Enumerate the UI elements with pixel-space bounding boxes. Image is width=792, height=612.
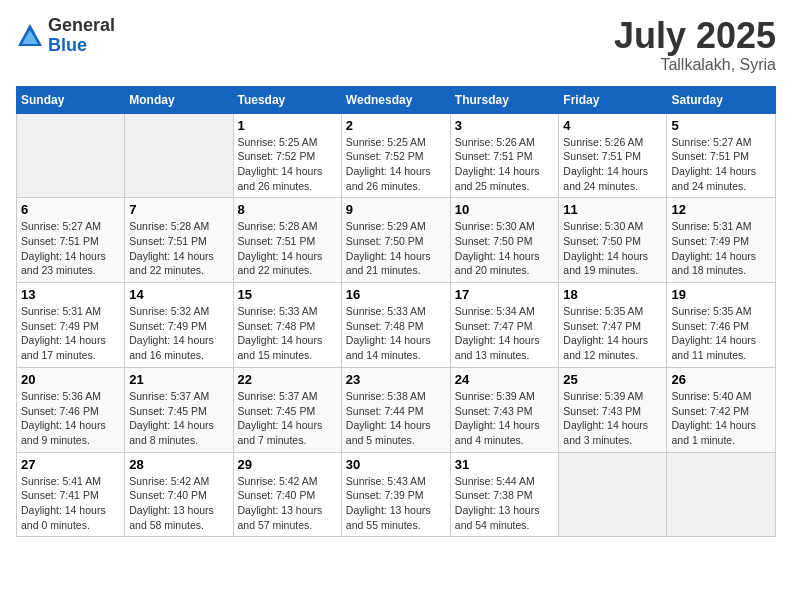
day-info: Sunrise: 5:32 AM Sunset: 7:49 PM Dayligh… — [129, 304, 228, 363]
calendar-cell: 1Sunrise: 5:25 AM Sunset: 7:52 PM Daylig… — [233, 113, 341, 198]
calendar-cell: 10Sunrise: 5:30 AM Sunset: 7:50 PM Dayli… — [450, 198, 559, 283]
day-info: Sunrise: 5:30 AM Sunset: 7:50 PM Dayligh… — [563, 219, 662, 278]
day-info: Sunrise: 5:42 AM Sunset: 7:40 PM Dayligh… — [129, 474, 228, 533]
day-number: 23 — [346, 372, 446, 387]
calendar-cell: 12Sunrise: 5:31 AM Sunset: 7:49 PM Dayli… — [667, 198, 776, 283]
calendar-cell: 28Sunrise: 5:42 AM Sunset: 7:40 PM Dayli… — [125, 452, 233, 537]
logo-text: General Blue — [48, 16, 115, 56]
logo-icon — [16, 22, 44, 50]
calendar-cell: 16Sunrise: 5:33 AM Sunset: 7:48 PM Dayli… — [341, 283, 450, 368]
day-number: 1 — [238, 118, 337, 133]
day-info: Sunrise: 5:40 AM Sunset: 7:42 PM Dayligh… — [671, 389, 771, 448]
day-info: Sunrise: 5:31 AM Sunset: 7:49 PM Dayligh… — [671, 219, 771, 278]
day-info: Sunrise: 5:35 AM Sunset: 7:47 PM Dayligh… — [563, 304, 662, 363]
day-number: 14 — [129, 287, 228, 302]
calendar-cell: 6Sunrise: 5:27 AM Sunset: 7:51 PM Daylig… — [17, 198, 125, 283]
day-number: 18 — [563, 287, 662, 302]
day-number: 27 — [21, 457, 120, 472]
day-info: Sunrise: 5:43 AM Sunset: 7:39 PM Dayligh… — [346, 474, 446, 533]
calendar-cell: 5Sunrise: 5:27 AM Sunset: 7:51 PM Daylig… — [667, 113, 776, 198]
day-info: Sunrise: 5:37 AM Sunset: 7:45 PM Dayligh… — [238, 389, 337, 448]
day-number: 21 — [129, 372, 228, 387]
day-info: Sunrise: 5:44 AM Sunset: 7:38 PM Dayligh… — [455, 474, 555, 533]
calendar-cell: 9Sunrise: 5:29 AM Sunset: 7:50 PM Daylig… — [341, 198, 450, 283]
calendar-table: Sunday Monday Tuesday Wednesday Thursday… — [16, 86, 776, 538]
day-info: Sunrise: 5:39 AM Sunset: 7:43 PM Dayligh… — [563, 389, 662, 448]
day-number: 4 — [563, 118, 662, 133]
day-number: 29 — [238, 457, 337, 472]
day-info: Sunrise: 5:30 AM Sunset: 7:50 PM Dayligh… — [455, 219, 555, 278]
location-title: Tallkalakh, Syria — [614, 56, 776, 74]
calendar-cell — [667, 452, 776, 537]
day-number: 12 — [671, 202, 771, 217]
calendar-week-row: 13Sunrise: 5:31 AM Sunset: 7:49 PM Dayli… — [17, 283, 776, 368]
day-number: 22 — [238, 372, 337, 387]
calendar-header-row: Sunday Monday Tuesday Wednesday Thursday… — [17, 86, 776, 113]
day-info: Sunrise: 5:25 AM Sunset: 7:52 PM Dayligh… — [346, 135, 446, 194]
header-saturday: Saturday — [667, 86, 776, 113]
calendar-cell: 15Sunrise: 5:33 AM Sunset: 7:48 PM Dayli… — [233, 283, 341, 368]
day-number: 31 — [455, 457, 555, 472]
day-number: 6 — [21, 202, 120, 217]
day-info: Sunrise: 5:36 AM Sunset: 7:46 PM Dayligh… — [21, 389, 120, 448]
calendar-cell: 27Sunrise: 5:41 AM Sunset: 7:41 PM Dayli… — [17, 452, 125, 537]
day-number: 19 — [671, 287, 771, 302]
header-thursday: Thursday — [450, 86, 559, 113]
day-info: Sunrise: 5:33 AM Sunset: 7:48 PM Dayligh… — [238, 304, 337, 363]
calendar-cell — [125, 113, 233, 198]
month-title: July 2025 — [614, 16, 776, 56]
calendar-cell: 3Sunrise: 5:26 AM Sunset: 7:51 PM Daylig… — [450, 113, 559, 198]
day-info: Sunrise: 5:37 AM Sunset: 7:45 PM Dayligh… — [129, 389, 228, 448]
calendar-week-row: 20Sunrise: 5:36 AM Sunset: 7:46 PM Dayli… — [17, 367, 776, 452]
day-number: 28 — [129, 457, 228, 472]
calendar-cell — [559, 452, 667, 537]
day-number: 2 — [346, 118, 446, 133]
calendar-week-row: 6Sunrise: 5:27 AM Sunset: 7:51 PM Daylig… — [17, 198, 776, 283]
day-number: 26 — [671, 372, 771, 387]
calendar-cell: 4Sunrise: 5:26 AM Sunset: 7:51 PM Daylig… — [559, 113, 667, 198]
calendar-cell: 23Sunrise: 5:38 AM Sunset: 7:44 PM Dayli… — [341, 367, 450, 452]
day-info: Sunrise: 5:31 AM Sunset: 7:49 PM Dayligh… — [21, 304, 120, 363]
calendar-cell: 22Sunrise: 5:37 AM Sunset: 7:45 PM Dayli… — [233, 367, 341, 452]
calendar-cell: 29Sunrise: 5:42 AM Sunset: 7:40 PM Dayli… — [233, 452, 341, 537]
calendar-cell: 20Sunrise: 5:36 AM Sunset: 7:46 PM Dayli… — [17, 367, 125, 452]
calendar-cell: 19Sunrise: 5:35 AM Sunset: 7:46 PM Dayli… — [667, 283, 776, 368]
day-info: Sunrise: 5:26 AM Sunset: 7:51 PM Dayligh… — [455, 135, 555, 194]
day-number: 13 — [21, 287, 120, 302]
calendar-cell: 18Sunrise: 5:35 AM Sunset: 7:47 PM Dayli… — [559, 283, 667, 368]
logo-general: General — [48, 16, 115, 36]
day-info: Sunrise: 5:38 AM Sunset: 7:44 PM Dayligh… — [346, 389, 446, 448]
day-number: 9 — [346, 202, 446, 217]
day-info: Sunrise: 5:25 AM Sunset: 7:52 PM Dayligh… — [238, 135, 337, 194]
calendar-cell: 14Sunrise: 5:32 AM Sunset: 7:49 PM Dayli… — [125, 283, 233, 368]
day-info: Sunrise: 5:28 AM Sunset: 7:51 PM Dayligh… — [238, 219, 337, 278]
day-info: Sunrise: 5:27 AM Sunset: 7:51 PM Dayligh… — [671, 135, 771, 194]
logo: General Blue — [16, 16, 115, 56]
day-info: Sunrise: 5:33 AM Sunset: 7:48 PM Dayligh… — [346, 304, 446, 363]
header-friday: Friday — [559, 86, 667, 113]
day-number: 15 — [238, 287, 337, 302]
day-number: 25 — [563, 372, 662, 387]
day-number: 24 — [455, 372, 555, 387]
calendar-cell: 13Sunrise: 5:31 AM Sunset: 7:49 PM Dayli… — [17, 283, 125, 368]
calendar-week-row: 27Sunrise: 5:41 AM Sunset: 7:41 PM Dayli… — [17, 452, 776, 537]
day-info: Sunrise: 5:29 AM Sunset: 7:50 PM Dayligh… — [346, 219, 446, 278]
day-number: 10 — [455, 202, 555, 217]
day-number: 17 — [455, 287, 555, 302]
day-info: Sunrise: 5:34 AM Sunset: 7:47 PM Dayligh… — [455, 304, 555, 363]
calendar-cell: 31Sunrise: 5:44 AM Sunset: 7:38 PM Dayli… — [450, 452, 559, 537]
header-sunday: Sunday — [17, 86, 125, 113]
logo-blue: Blue — [48, 36, 115, 56]
calendar-cell: 30Sunrise: 5:43 AM Sunset: 7:39 PM Dayli… — [341, 452, 450, 537]
calendar-cell: 25Sunrise: 5:39 AM Sunset: 7:43 PM Dayli… — [559, 367, 667, 452]
calendar-cell: 2Sunrise: 5:25 AM Sunset: 7:52 PM Daylig… — [341, 113, 450, 198]
day-number: 3 — [455, 118, 555, 133]
day-info: Sunrise: 5:27 AM Sunset: 7:51 PM Dayligh… — [21, 219, 120, 278]
day-info: Sunrise: 5:28 AM Sunset: 7:51 PM Dayligh… — [129, 219, 228, 278]
header-wednesday: Wednesday — [341, 86, 450, 113]
day-info: Sunrise: 5:39 AM Sunset: 7:43 PM Dayligh… — [455, 389, 555, 448]
calendar-cell: 8Sunrise: 5:28 AM Sunset: 7:51 PM Daylig… — [233, 198, 341, 283]
title-block: July 2025 Tallkalakh, Syria — [614, 16, 776, 74]
day-info: Sunrise: 5:41 AM Sunset: 7:41 PM Dayligh… — [21, 474, 120, 533]
day-info: Sunrise: 5:26 AM Sunset: 7:51 PM Dayligh… — [563, 135, 662, 194]
